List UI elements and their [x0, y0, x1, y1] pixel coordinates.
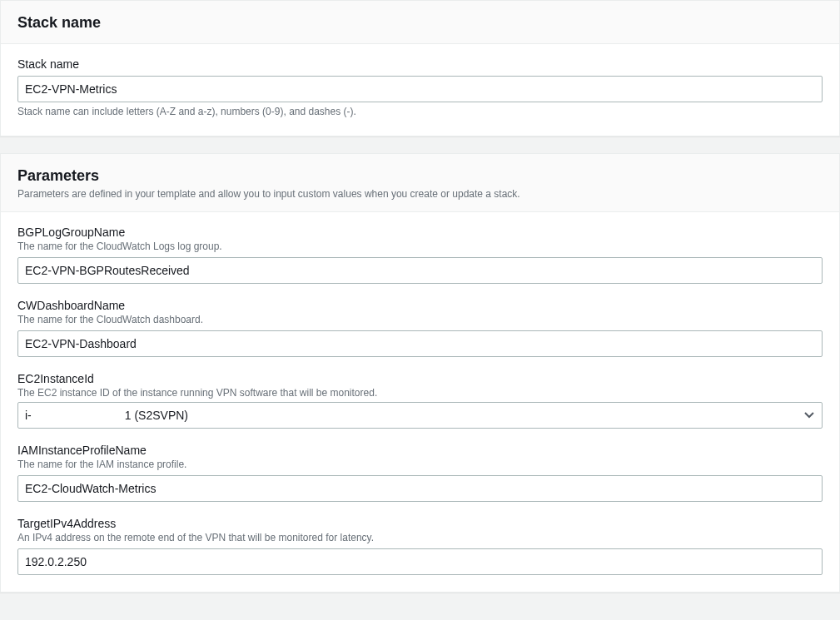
parameters-panel: Parameters Parameters are defined in you…: [0, 153, 840, 593]
stack-name-panel: Stack name Stack name Stack name can inc…: [0, 0, 840, 136]
target-ipv4-address-input[interactable]: [17, 548, 823, 575]
parameters-heading: Parameters: [17, 167, 823, 185]
target-ipv4-address-label: TargetIPv4Address: [17, 517, 823, 530]
iam-instance-profile-name-label: IAMInstanceProfileName: [17, 444, 823, 457]
parameters-header: Parameters Parameters are defined in you…: [1, 154, 839, 212]
parameters-subtext: Parameters are defined in your template …: [17, 188, 823, 200]
ec2-instance-id-field: EC2InstanceId The EC2 instance ID of the…: [17, 372, 823, 429]
iam-instance-profile-name-input[interactable]: [17, 475, 823, 502]
stack-name-field: Stack name Stack name can include letter…: [17, 57, 823, 117]
bgp-log-group-name-input[interactable]: [17, 257, 823, 284]
parameters-body: BGPLogGroupName The name for the CloudWa…: [1, 212, 839, 592]
iam-instance-profile-name-field: IAMInstanceProfileName The name for the …: [17, 444, 823, 502]
iam-instance-profile-name-hint: The name for the IAM instance profile.: [17, 459, 823, 470]
bgp-log-group-name-label: BGPLogGroupName: [17, 226, 823, 239]
cw-dashboard-name-label: CWDashboardName: [17, 299, 823, 312]
stack-name-body: Stack name Stack name can include letter…: [1, 44, 839, 136]
cw-dashboard-name-field: CWDashboardName The name for the CloudWa…: [17, 299, 823, 357]
bgp-log-group-name-hint: The name for the CloudWatch Logs log gro…: [17, 241, 823, 252]
bgp-log-group-name-field: BGPLogGroupName The name for the CloudWa…: [17, 226, 823, 284]
cw-dashboard-name-hint: The name for the CloudWatch dashboard.: [17, 314, 823, 325]
cw-dashboard-name-input[interactable]: [17, 330, 823, 357]
stack-name-input[interactable]: [17, 76, 823, 102]
stack-name-hint: Stack name can include letters (A-Z and …: [17, 106, 823, 117]
target-ipv4-address-field: TargetIPv4Address An IPv4 address on the…: [17, 517, 823, 575]
ec2-instance-id-hint: The EC2 instance ID of the instance runn…: [17, 387, 823, 399]
stack-name-label: Stack name: [17, 57, 823, 71]
ec2-instance-id-select[interactable]: i- 1 (S2SVPN): [17, 402, 823, 429]
stack-name-header: Stack name: [1, 1, 839, 44]
stack-name-heading: Stack name: [17, 14, 823, 32]
ec2-instance-id-label: EC2InstanceId: [17, 372, 823, 385]
target-ipv4-address-hint: An IPv4 address on the remote end of the…: [17, 532, 823, 543]
ec2-instance-id-value: i- 1 (S2SVPN): [25, 409, 188, 422]
